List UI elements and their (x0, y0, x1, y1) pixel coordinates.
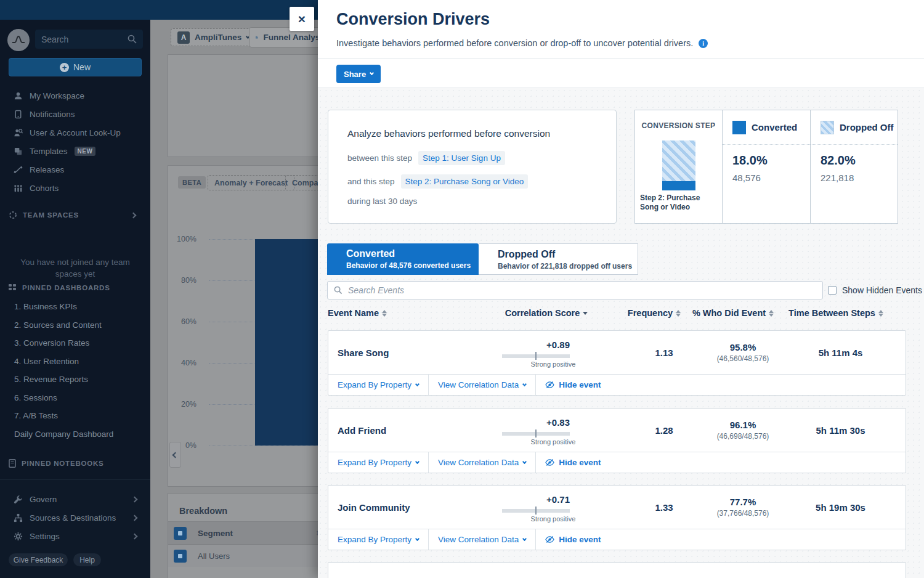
view-correlation-data-button[interactable]: View Correlation Data (429, 529, 535, 550)
converted-percent: 18.0% (732, 153, 768, 168)
dashboard-link-business-kpis[interactable]: 1. Business KPIs (14, 299, 144, 315)
share-button[interactable]: Share (336, 65, 381, 83)
close-panel-button[interactable]: × (290, 7, 314, 31)
expand-by-property-button[interactable]: Expand By Property (328, 375, 428, 395)
step1-link[interactable]: Step 1: User Sign Up (418, 151, 505, 165)
expand-label: Expand By Property (338, 380, 411, 389)
y-tick: 100% (168, 235, 197, 243)
project-badge: A (177, 31, 190, 44)
dashboard-link-sessions[interactable]: 6. Sessions (14, 390, 144, 406)
dashboard-link-daily-company[interactable]: Daily Company Dashboard (14, 426, 144, 442)
dashboard-link-revenue-reports[interactable]: 5. Revenue Reports (14, 372, 144, 388)
panel-header: Conversion Drivers Investigate behaviors… (318, 0, 924, 59)
view-label: View Correlation Data (438, 535, 519, 544)
correlation-score-cell: +0.89 Strong positive (502, 331, 570, 374)
new-button[interactable]: + New (9, 58, 142, 76)
hide-event-button[interactable]: Hide event (536, 375, 610, 395)
hide-event-button[interactable]: Hide event (536, 452, 610, 473)
correlation-strength-label: Strong positive (531, 515, 576, 523)
team-spaces-label: TEAM SPACES (23, 211, 79, 219)
breakdown-row-all-users[interactable]: All Users (168, 544, 318, 567)
sidebar-item-templates[interactable]: Templates NEW (0, 142, 150, 160)
sidebar-item-notifications[interactable]: Notifications (0, 105, 150, 123)
breakdown-title: Breakdown (179, 506, 227, 516)
event-name: Join Community (338, 502, 410, 513)
sidebar-item-label: Templates (30, 147, 68, 156)
view-label: View Correlation Data (438, 380, 519, 389)
row-checkbox[interactable] (174, 550, 187, 563)
tab-dropped-off[interactable]: Dropped Off Behavior of 221,818 dropped … (479, 243, 638, 275)
project-name: AmpliTunes (195, 33, 241, 42)
wrench-icon (14, 495, 23, 504)
correlation-strength-label: Strong positive (531, 438, 576, 446)
plus-icon: + (60, 63, 69, 72)
share-button-label: Share (344, 70, 366, 79)
search-events-input[interactable]: Search Events (327, 281, 823, 299)
show-hidden-events-label: Show Hidden Events (842, 285, 922, 295)
step2-link[interactable]: Step 2: Purchase Song or Video (401, 174, 529, 189)
correlation-strength-label: Strong positive (531, 360, 576, 368)
column-label: Frequency (628, 308, 673, 318)
search-icon (128, 35, 137, 44)
chevron-right-icon (132, 515, 138, 521)
pct-fraction: (46,698/48,576) (717, 432, 769, 441)
column-header-pct-who-did-event[interactable]: % Who Did Event (700, 308, 766, 318)
sidebar-lower-section: Govern Sources & Destinations Settings G… (0, 479, 150, 578)
sidebar-item-settings[interactable]: Settings (0, 527, 150, 545)
tab-converted[interactable]: Converted Behavior of 48,576 converted u… (327, 243, 479, 275)
dropped-summary: Dropped Off 82.0% 221,818 (810, 110, 898, 223)
breakdown-card: Breakdown Segment ⇕ All Users (168, 493, 318, 578)
carousel-left-button[interactable] (169, 442, 181, 468)
view-correlation-data-button[interactable]: View Correlation Data (429, 452, 535, 473)
info-icon[interactable]: i (699, 39, 708, 48)
amplitude-logo[interactable] (7, 29, 30, 51)
conversion-step-label: Step 2: Purchase Song or Video (640, 193, 720, 212)
correlation-value: +0.71 (546, 494, 570, 505)
select-all-checkbox[interactable] (174, 527, 187, 540)
hide-event-button[interactable]: Hide event (536, 529, 610, 550)
page-subtitle: Investigate behaviors performed before c… (336, 38, 693, 48)
frequency-value: 1.28 (655, 425, 673, 436)
column-header-time-between-steps[interactable]: Time Between Steps (766, 308, 906, 318)
new-badge: NEW (75, 147, 96, 156)
pinned-dashboards-label: PINNED DASHBOARDS (22, 284, 110, 291)
sidebar-item-label: User & Account Look-Up (30, 128, 121, 137)
compare-button[interactable]: Compare (285, 175, 318, 190)
give-feedback-button[interactable]: Give Feedback (9, 553, 68, 566)
dashboard-link-conversion-rates[interactable]: 3. Conversion Rates (14, 335, 144, 351)
sidebar-item-cohorts[interactable]: Cohorts (0, 179, 150, 197)
sidebar-item-label: Settings (30, 532, 60, 541)
expand-by-property-button[interactable]: Expand By Property (328, 452, 428, 473)
correlation-score-cell: +0.71 Strong positive (502, 486, 570, 529)
show-hidden-events-checkbox[interactable] (828, 286, 837, 295)
sidebar-search-input[interactable]: Search (35, 30, 143, 49)
tab-subtitle: Behavior of 221,818 dropped off users (498, 262, 638, 271)
dashboard-link-ab-tests[interactable]: 7. A/B Tests (14, 408, 144, 424)
sidebar-item-my-workspace[interactable]: My Workspace (0, 87, 150, 104)
segment-value: All Users (198, 552, 230, 561)
dashboard-link-sources-content[interactable]: 2. Sources and Content (14, 317, 144, 333)
sort-icon (878, 310, 883, 317)
view-label: View Correlation Data (438, 458, 519, 467)
view-correlation-data-button[interactable]: View Correlation Data (429, 375, 535, 395)
project-breadcrumb-chip[interactable]: A AmpliTunes (171, 28, 256, 46)
help-button[interactable]: Help (73, 553, 101, 566)
team-spaces-header[interactable]: TEAM SPACES (0, 211, 150, 219)
sidebar-item-sources-destinations[interactable]: Sources & Destinations (0, 509, 150, 526)
sidebar-item-releases[interactable]: Releases (0, 161, 150, 178)
sidebar-item-user-account-lookup[interactable]: User & Account Look-Up (0, 124, 150, 141)
dashboard-link-user-retention[interactable]: 4. User Retention (14, 354, 144, 370)
notifications-icon (14, 110, 23, 119)
column-header-frequency[interactable]: Frequency (608, 308, 700, 318)
expand-by-property-button[interactable]: Expand By Property (328, 529, 428, 550)
column-label: Time Between Steps (788, 308, 875, 318)
column-header-correlation-score[interactable]: Correlation Score (485, 308, 608, 318)
anomaly-forecast-button[interactable]: Anomaly + Forecast (208, 175, 294, 190)
eye-off-icon (545, 535, 554, 543)
pct-who-did-value: 96.1% (730, 420, 756, 430)
column-header-event-name[interactable]: Event Name (328, 308, 485, 318)
segment-column-header[interactable]: Segment (198, 529, 233, 538)
search-icon (334, 286, 342, 295)
sidebar-item-govern[interactable]: Govern (0, 490, 150, 508)
close-icon: × (298, 12, 306, 26)
